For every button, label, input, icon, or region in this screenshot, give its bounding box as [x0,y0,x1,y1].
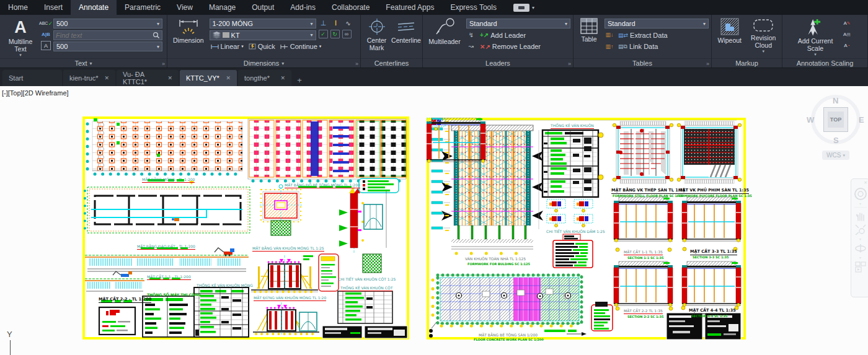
drawing-title: MẶT VK PHỦ PHIM SÀN TL 1:35 [678,188,749,194]
continue-dimension-button[interactable]: Continue▾ [279,42,323,51]
add-current-scale-button[interactable]: Add Current Scale ▾ [791,17,839,58]
table-style-dropdown[interactable]: Standard▾ [604,19,709,28]
viewcube-north[interactable]: N [833,96,838,105]
file-tab-tongthe[interactable]: tongthe* ✕ [238,70,291,86]
menu-tab-output[interactable]: Output [244,0,282,15]
reassociate-icon[interactable]: ✓ [319,30,328,38]
multileader-button[interactable]: Multileader [425,17,464,58]
ucs-y-axis-line [10,340,11,355]
table-button[interactable]: Table [576,17,602,58]
leader-align-icon[interactable]: ↝ [466,42,476,51]
dim-style-dropdown[interactable]: 1-200 MÓNG▾ [210,19,316,28]
menu-tab-manage[interactable]: Manage [201,0,244,15]
orbit-icon[interactable] [854,242,867,255]
viewcube-south[interactable]: S [833,136,839,145]
leaders-dialog-launcher[interactable]: » [568,61,571,67]
text-height-dropdown[interactable]: 500▾ [53,42,162,51]
navigation-wheel-icon[interactable] [854,187,867,201]
navbar-close-icon[interactable]: ✕ [864,180,867,185]
check-spelling-icon[interactable]: ABC✓ [41,19,51,28]
navbar-orbit-caret-icon[interactable]: ▾ [859,256,861,259]
wipeout-button[interactable]: Wipeout [714,17,745,58]
panel-label-markup[interactable]: Markup [712,58,782,68]
annotation-sync-scale-icon[interactable]: A◔ [842,41,852,50]
drawing-title: MẶT BẰNG ĐÀO ĐẤT - TL 1:200 [137,245,195,250]
wcs-dropdown[interactable]: WCS▾ [822,151,849,160]
sheet-left-foundation-drawing[interactable]: MẶT BẰNG MÓNG - TL 1:200 MẶT BẰNG ĐỔ BÊ … [82,116,409,340]
file-tab-kttc-vy[interactable]: KTTC_VY* ✕ [180,70,237,86]
drawing-canvas[interactable]: [-][Top][2D Wireframe] [0,86,868,355]
find-text-box[interactable] [53,30,162,40]
text-style-dropdown[interactable]: 500▾ [53,19,162,28]
annotation-scale-list-icon[interactable]: A▤ [842,30,852,39]
annotation-visibility-icon[interactable]: A✎ [842,19,852,28]
zoom-icon[interactable] [854,224,867,236]
close-icon[interactable]: ✕ [167,75,172,81]
panel-label-tables[interactable]: Tables [574,58,711,68]
search-icon[interactable] [153,32,160,39]
dim-layer-dropdown[interactable]: KT ▾ [210,30,316,40]
centerline-button[interactable]: Centerline [392,17,420,58]
ribbon-display-button[interactable] [513,4,529,12]
linear-dimension-button[interactable]: Linear▾ [210,42,245,51]
ribbon-display-caret-icon[interactable]: ▾ [532,5,534,11]
navbar-zoom-caret-icon[interactable]: ▾ [859,238,861,240]
centerline-icon [397,18,415,35]
menu-tab-collaborate[interactable]: Collaborate [324,0,378,15]
adjust-space-icon[interactable]: Ⅰ [331,19,341,28]
find-text-input[interactable] [56,32,153,39]
extract-data-button[interactable]: ▤⇄ Extract Data [617,30,669,40]
break-dimension-icon[interactable]: ⊥ [319,19,329,28]
menu-tab-home[interactable]: Home [0,0,36,15]
link-data-button[interactable]: ▤⧉ Link Data [617,42,659,51]
viewcube-west[interactable]: W [807,115,814,125]
drawing-title: MẶT CẮT 4-4 TL 1:35 [689,309,736,314]
menu-tab-featured-apps[interactable]: Featured Apps [378,0,442,15]
file-tab-start[interactable]: Start [2,70,62,86]
dimension-chain-icon[interactable]: ∞ [342,30,352,38]
table-import-icon[interactable]: ▥↑ [604,42,614,51]
menu-tab-view[interactable]: View [169,0,201,15]
viewcube-east[interactable]: E [859,115,864,125]
panel-label-dimensions[interactable]: Dimensions▾ [167,58,360,68]
menu-tab-addins[interactable]: Add-ins [282,0,324,15]
close-icon[interactable]: ✕ [226,75,231,81]
panel-label-centerlines[interactable]: Centerlines [361,58,422,68]
panel-label-annotation-scaling[interactable]: Annotation Scaling [782,58,867,68]
menu-tab-annotate[interactable]: Annotate [71,0,117,15]
table-export-icon[interactable]: ▥↓ [604,30,614,40]
panel-label-text[interactable]: Text▾ [0,58,167,68]
tables-dialog-launcher[interactable]: » [706,61,709,67]
menu-tab-parametric[interactable]: Parametric [117,0,169,15]
viewport-controls[interactable]: [-][Top][2D Wireframe] [2,89,69,97]
viewcube[interactable]: N W E S TOP WCS▾ [804,94,868,162]
update-dimension-icon[interactable]: ↻ [330,30,340,38]
leader-collect-icon[interactable]: ↯ [466,30,476,40]
navbar-wheel-caret-icon[interactable]: ▾ [859,203,861,205]
pan-icon[interactable] [854,209,867,222]
panel-label-leaders[interactable]: Leaders [423,58,573,68]
showmotion-icon[interactable] [854,261,867,273]
formwork-elevation-2 [253,302,319,335]
menu-tab-express-tools[interactable]: Express Tools [442,0,504,15]
center-mark-button[interactable]: Center Mark [363,17,390,58]
viewcube-top-face[interactable]: TOP [823,107,848,132]
quick-dimension-button[interactable]: Quick [247,42,277,51]
jog-line-icon[interactable]: ∿ [343,19,353,28]
multiline-text-button[interactable]: A Multiline Text ▾ [2,17,38,58]
close-icon[interactable]: ✕ [280,75,285,81]
new-file-tab-button[interactable]: + [293,74,306,86]
dimension-button[interactable]: Dimension [170,17,207,58]
sheet-right-formwork-drawing[interactable]: THỐNG KÊ VÁN KHUÔN MẶT BẰNG VK THÉP SÀN … [427,118,746,340]
remove-leader-button[interactable]: ✕↗ Remove Leader [479,42,542,51]
add-leader-button[interactable]: +↗ Add Leader [479,30,527,40]
wipeout-label: Wipeout [717,37,742,44]
close-icon[interactable]: ✕ [104,75,109,81]
revision-cloud-button[interactable]: Revision Cloud ▾ [748,17,779,58]
text-dialog-launcher[interactable]: » [162,61,165,67]
multileader-style-dropdown[interactable]: Standard▾ [466,19,570,28]
dimensions-dialog-launcher[interactable]: » [355,61,358,67]
file-tab-vu-da-kttc1[interactable]: Vu- ĐA KTTC1* ✕ [117,70,179,86]
file-tab-kien-truc[interactable]: kien-truc* ✕ [63,70,115,86]
menu-tab-insert[interactable]: Insert [36,0,71,15]
